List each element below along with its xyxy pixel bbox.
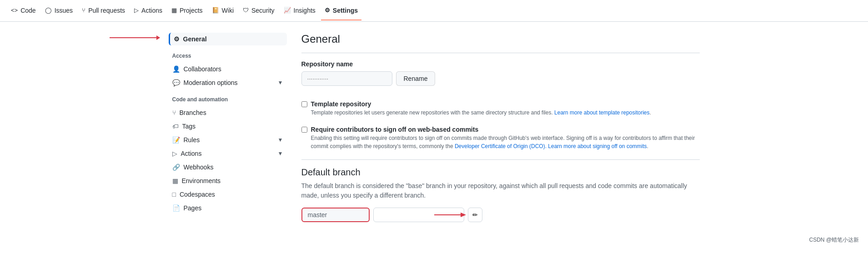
issues-icon: ◯ — [45, 7, 52, 14]
nav-wiki[interactable]: 📔 Wiki — [208, 1, 237, 20]
sidebar-item-rules[interactable]: 📝 Rules ▼ — [169, 134, 287, 146]
template-repo-checkbox[interactable] — [301, 101, 307, 107]
svg-marker-1 — [461, 213, 466, 217]
edit-arrow-annotation — [434, 210, 466, 219]
sidebar-item-environments[interactable]: ▦ Environments — [169, 174, 287, 187]
environments-icon: ▦ — [172, 177, 178, 184]
code-icon: <> — [11, 7, 18, 14]
rename-button[interactable]: Rename — [396, 71, 436, 86]
sidebar-section-access: Access — [172, 53, 287, 59]
layout: ⚙ General Access 👤 Collaborators 💬 Moder… — [161, 22, 707, 248]
arrow-line — [110, 37, 160, 38]
pr-icon: ⑂ — [82, 7, 85, 14]
pages-icon: 📄 — [172, 204, 180, 212]
branch-name-input[interactable] — [301, 208, 370, 222]
branch-row: ✏ — [301, 208, 700, 222]
webhooks-icon: 🔗 — [172, 164, 180, 171]
moderation-chevron-icon: ▼ — [278, 79, 283, 86]
actions-icon: ▷ — [134, 7, 139, 14]
sidebar-item-webhooks[interactable]: 🔗 Webhooks — [169, 161, 287, 174]
nav-projects[interactable]: ▦ Projects — [168, 1, 206, 20]
branches-icon: ⑂ — [172, 109, 176, 116]
nav-issues[interactable]: ◯ Issues — [41, 1, 76, 20]
sign-off-link[interactable]: Learn more about signing off on commits — [548, 143, 647, 149]
arrow-annotation — [110, 37, 160, 38]
sidebar-item-moderation[interactable]: 💬 Moderation options ▼ — [169, 76, 287, 89]
repo-name-input[interactable] — [301, 71, 392, 86]
sign-off-desc: Enabling this setting will require contr… — [311, 134, 700, 150]
template-repo-section: Template repository Template repositorie… — [301, 100, 700, 117]
template-repo-label[interactable]: Template repository — [311, 100, 371, 108]
sidebar-item-general[interactable]: ⚙ General — [169, 33, 287, 45]
sidebar: ⚙ General Access 👤 Collaborators 💬 Moder… — [169, 33, 287, 214]
main-content: General Repository name Rename Template … — [301, 33, 700, 237]
tags-icon: 🏷 — [172, 123, 179, 130]
template-repo-desc: Template repositories let users generate… — [311, 109, 651, 117]
csdn-watermark: CSDN @蜡笔小达新 — [809, 236, 859, 244]
default-branch-title: Default branch — [301, 159, 700, 178]
sidebar-wrapper: ⚙ General Access 👤 Collaborators 💬 Moder… — [169, 33, 287, 237]
settings-icon: ⚙ — [325, 7, 330, 14]
actions-chevron-icon: ▼ — [278, 150, 283, 157]
nav-code[interactable]: <> Code — [7, 1, 40, 20]
default-branch-desc: The default branch is considered the "ba… — [301, 181, 700, 200]
repo-name-row: Rename — [301, 71, 700, 86]
page-title: General — [301, 33, 700, 53]
default-branch-section: Default branch The default branch is con… — [301, 159, 700, 222]
template-repo-row: Template repository Template repositorie… — [301, 100, 700, 117]
gear-icon: ⚙ — [174, 35, 180, 43]
repo-name-section: Repository name Rename — [301, 60, 700, 86]
sidebar-item-branches[interactable]: ⑂ Branches — [169, 106, 287, 119]
collaborators-icon: 👤 — [172, 65, 180, 73]
actions-sidebar-icon: ▷ — [172, 150, 177, 157]
nav-settings[interactable]: ⚙ Settings — [321, 1, 361, 20]
edit-branch-button[interactable]: ✏ — [468, 208, 482, 222]
nav-insights[interactable]: 📈 Insights — [280, 1, 319, 20]
sidebar-item-actions[interactable]: ▷ Actions ▼ — [169, 147, 287, 160]
sign-off-label[interactable]: Require contributors to sign off on web-… — [311, 126, 479, 133]
nav-actions[interactable]: ▷ Actions — [130, 1, 166, 20]
security-icon: 🛡 — [243, 7, 249, 14]
repo-name-label: Repository name — [301, 60, 700, 68]
sidebar-item-pages[interactable]: 📄 Pages — [169, 202, 287, 214]
template-repo-link[interactable]: Learn more about template repositories — [554, 109, 649, 116]
sidebar-item-codespaces[interactable]: □ Codespaces — [169, 188, 287, 201]
sidebar-item-tags[interactable]: 🏷 Tags — [169, 120, 287, 133]
nav-security[interactable]: 🛡 Security — [239, 1, 278, 20]
codespaces-icon: □ — [172, 191, 176, 198]
pencil-icon: ✏ — [472, 211, 478, 218]
sign-off-row: Require contributors to sign off on web-… — [301, 126, 700, 150]
rules-chevron-icon: ▼ — [278, 137, 283, 143]
projects-icon: ▦ — [171, 7, 177, 14]
dco-link[interactable]: Developer Certificate of Origin (DCO). — [455, 143, 547, 149]
moderation-icon: 💬 — [172, 79, 180, 86]
sidebar-section-code: Code and automation — [172, 96, 287, 103]
wiki-icon: 📔 — [212, 7, 219, 14]
sign-off-checkbox[interactable] — [301, 127, 307, 133]
insights-icon: 📈 — [284, 7, 291, 14]
sidebar-item-collaborators[interactable]: 👤 Collaborators — [169, 63, 287, 75]
nav-pull-requests[interactable]: ⑂ Pull requests — [78, 1, 129, 20]
sign-off-section: Require contributors to sign off on web-… — [301, 126, 700, 150]
rules-icon: 📝 — [172, 136, 180, 144]
top-nav: <> Code ◯ Issues ⑂ Pull requests ▷ Actio… — [0, 0, 868, 22]
